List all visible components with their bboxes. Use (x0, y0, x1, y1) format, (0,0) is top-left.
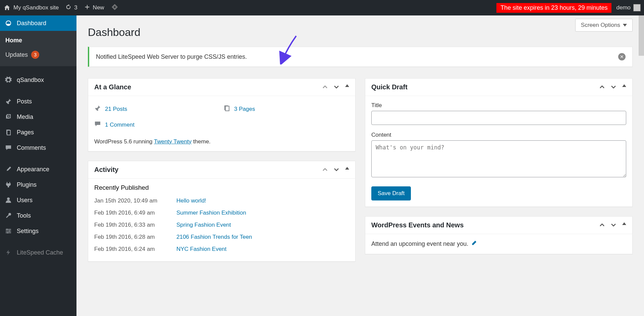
svg-rect-17 (225, 106, 229, 111)
activity-row: Jan 15th 2020, 10:49 amHello world! (94, 195, 349, 207)
page-title: Dashboard (88, 26, 633, 39)
sidebar-item-qsandbox[interactable]: qSandbox (0, 72, 76, 88)
activity-post-link[interactable]: Summer Fashion Exhibition (176, 210, 246, 216)
dismiss-notice-button[interactable]: ✕ (618, 53, 626, 60)
svg-rect-8 (7, 130, 10, 135)
submenu-home[interactable]: Home (0, 34, 76, 47)
wp-version-text: WordPress 5.6 running Twenty Twenty them… (94, 134, 349, 145)
pin-icon (5, 98, 12, 105)
events-news-panel: WordPress Events and News Attend an upco… (365, 216, 633, 254)
avatar (633, 4, 641, 11)
new-link[interactable]: New (84, 4, 104, 12)
panel-down-button[interactable] (611, 84, 616, 90)
activity-date: Jan 15th 2020, 10:49 am (94, 197, 166, 204)
sidebar-item-label: Tools (17, 212, 31, 219)
site-name: My qSandbox site (13, 4, 59, 11)
refresh-link[interactable]: 3 (65, 4, 77, 12)
pages-count-link[interactable]: 3 Pages (234, 106, 255, 112)
sidebar-item-label: Posts (17, 98, 32, 105)
bolt-icon (5, 249, 12, 256)
sidebar-item-label: Plugins (17, 181, 37, 188)
admin-sidebar: Dashboard Home Updates 3 qSandbox Posts … (0, 15, 76, 316)
activity-row: Feb 19th 2016, 6:33 amSpring Fashion Eve… (94, 219, 349, 231)
diamond-icon (111, 3, 118, 12)
sidebar-item-label: Settings (17, 228, 39, 235)
panel-toggle-button[interactable] (622, 222, 626, 225)
sidebar-item-appearance[interactable]: Appearance (0, 162, 76, 177)
activity-subtitle: Recently Published (88, 179, 355, 195)
pencil-icon[interactable] (471, 240, 477, 248)
sidebar-item-label: Users (17, 197, 33, 204)
activity-post-link[interactable]: NYC Fashion Event (176, 246, 226, 253)
panel-up-button[interactable] (322, 84, 328, 90)
panel-down-button[interactable] (334, 84, 339, 90)
sidebar-item-media[interactable]: Media (0, 109, 76, 125)
page-icon (223, 105, 230, 113)
panel-toggle-button[interactable] (345, 84, 349, 87)
home-icon (3, 4, 11, 11)
activity-date: Feb 19th 2016, 6:28 am (94, 234, 166, 240)
panel-title: At a Glance (94, 83, 131, 91)
draft-title-input[interactable] (371, 111, 626, 125)
sidebar-item-dashboard[interactable]: Dashboard (0, 15, 76, 31)
activity-date: Feb 19th 2016, 6:24 am (94, 246, 166, 253)
notice-text: Notified LiteSpeed Web Server to purge C… (96, 53, 247, 60)
panel-toggle-button[interactable] (622, 84, 626, 87)
panel-up-button[interactable] (322, 167, 328, 173)
sidebar-item-plugins[interactable]: Plugins (0, 177, 76, 192)
sidebar-item-comments[interactable]: Comments (0, 140, 76, 155)
brush-icon (5, 166, 12, 173)
sliders-icon (5, 227, 12, 235)
screen-options-button[interactable]: Screen Options (575, 19, 633, 32)
panel-down-button[interactable] (334, 167, 339, 173)
sidebar-item-litespeed[interactable]: LiteSpeed Cache (0, 245, 76, 260)
svg-point-6 (8, 116, 9, 117)
submenu-updates[interactable]: Updates 3 (0, 47, 76, 62)
comments-count-link[interactable]: 1 Comment (105, 122, 135, 128)
svg-rect-13 (7, 229, 7, 230)
panel-up-button[interactable] (599, 84, 605, 90)
activity-post-link[interactable]: Spring Fashion Event (176, 222, 231, 228)
sidebar-item-settings[interactable]: Settings (0, 223, 76, 239)
user-menu[interactable]: demo (616, 4, 641, 11)
plug-icon (5, 181, 12, 188)
svg-rect-10 (6, 229, 11, 230)
site-home-link[interactable]: My qSandbox site (3, 4, 59, 11)
dashboard-submenu: Home Updates 3 (0, 31, 76, 66)
activity-row: Feb 19th 2016, 6:49 amSummer Fashion Exh… (94, 207, 349, 219)
content-label: Content (371, 132, 626, 138)
sidebar-item-label: Media (17, 114, 33, 121)
theme-link[interactable]: Twenty Twenty (154, 138, 192, 145)
svg-rect-12 (6, 232, 11, 233)
sidebar-item-users[interactable]: Users (0, 192, 76, 208)
activity-post-link[interactable]: 2106 Fashion Trends for Teen (176, 234, 252, 240)
posts-count-link[interactable]: 21 Posts (105, 106, 127, 112)
draft-content-textarea[interactable] (371, 140, 626, 177)
panel-title: Activity (94, 166, 118, 174)
panel-up-button[interactable] (599, 222, 605, 228)
sidebar-item-label: Pages (17, 129, 34, 136)
panel-toggle-button[interactable] (345, 167, 349, 170)
panel-down-button[interactable] (611, 222, 616, 228)
sidebar-item-tools[interactable]: Tools (0, 208, 76, 223)
user-name: demo (616, 4, 631, 11)
new-label: New (93, 4, 104, 11)
activity-row: Feb 19th 2016, 6:24 amNYC Fashion Event (94, 243, 349, 255)
svg-rect-14 (9, 230, 10, 232)
expire-notice: The site expires in 23 hours, 29 minutes (496, 3, 611, 13)
diamond-link[interactable] (111, 3, 118, 12)
refresh-count: 3 (74, 4, 77, 11)
sidebar-item-label: LiteSpeed Cache (17, 249, 63, 256)
svg-rect-11 (6, 231, 11, 231)
sidebar-item-posts[interactable]: Posts (0, 94, 76, 109)
title-label: Title (371, 102, 626, 109)
activity-post-link[interactable]: Hello world! (176, 197, 206, 204)
refresh-icon (65, 4, 71, 12)
comment-icon (5, 144, 12, 151)
panel-title: Quick Draft (371, 83, 408, 91)
svg-rect-1 (113, 5, 116, 8)
sidebar-item-pages[interactable]: Pages (0, 125, 76, 140)
plus-icon (84, 4, 90, 12)
main-content: Screen Options Dashboard Notified LiteSp… (76, 15, 644, 316)
save-draft-button[interactable]: Save Draft (371, 186, 411, 200)
